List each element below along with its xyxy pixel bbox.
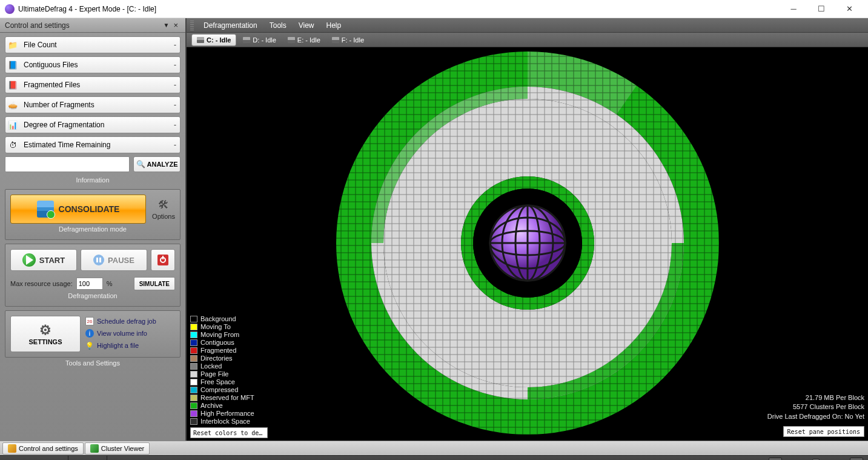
- legend-locked[interactable]: Locked: [190, 362, 268, 370]
- schedule-defrag-link[interactable]: 26Schedule defrag job: [85, 317, 156, 325]
- info-label: Fragmented Files: [24, 81, 174, 89]
- menu-defragmentation[interactable]: Defragmentation: [197, 20, 263, 31]
- zoom-controls: − +: [769, 458, 863, 461]
- info-row-number-of-fragments[interactable]: 🥧 Number of Fragments -: [5, 96, 181, 113]
- gear-icon: ⚙: [39, 322, 51, 338]
- bottom-tab-strip: Control and settingsCluster Viewer: [0, 441, 868, 455]
- sidebar-collapse-icon[interactable]: ▼: [162, 22, 171, 28]
- analyze-button[interactable]: 🔍 ANALYZE: [133, 156, 181, 172]
- analyze-input[interactable]: [5, 156, 130, 172]
- legend-contiguous[interactable]: Contiguous: [190, 339, 268, 346]
- info-value: -: [174, 61, 176, 69]
- sidebar-close-icon[interactable]: ×: [171, 21, 181, 30]
- power-icon: [157, 255, 168, 265]
- info-row-degree-of-fragmentation[interactable]: 📊 Degree of Fragmentation -: [5, 116, 181, 133]
- legend-archive[interactable]: Archive: [190, 402, 268, 409]
- color-swatch: [190, 332, 197, 338]
- info-row-estimated-time-remaining[interactable]: ⏱ Estimated Time Remaining -: [5, 136, 181, 153]
- info-label: File Count: [24, 41, 174, 49]
- analyze-label: ANALYZE: [147, 161, 178, 168]
- toolbar-grip-icon[interactable]: [190, 21, 194, 30]
- legend-reserved-for-mft[interactable]: Reserved for MFT: [190, 394, 268, 401]
- info-icon: 📘: [7, 59, 19, 71]
- legend-directories[interactable]: Directories: [190, 355, 268, 362]
- options-label: Options: [152, 213, 175, 220]
- start-panel: START PAUSE Max resource usage: % SIMULA…: [5, 244, 181, 307]
- legend-moving-to[interactable]: Moving To: [190, 323, 268, 330]
- window-title: UltimateDefrag 4 - Expert Mode - [C: - I…: [18, 5, 780, 13]
- reset-colors-button[interactable]: Reset colors to de…: [190, 427, 268, 438]
- info-icon: 🥧: [7, 99, 19, 111]
- calendar-icon: 26: [85, 317, 94, 325]
- info-icon: 📊: [7, 119, 19, 131]
- legend-moving-from[interactable]: Moving From: [190, 331, 268, 338]
- menu-help[interactable]: Help: [320, 20, 348, 31]
- settings-label: SETTINGS: [28, 338, 62, 345]
- pause-button[interactable]: PAUSE: [81, 249, 147, 271]
- bottom-tab-control-and-settings[interactable]: Control and settings: [2, 442, 84, 455]
- drive-tab-c[interactable]: C: - Idle: [191, 34, 236, 46]
- info-label: Estimated Time Remaining: [24, 141, 174, 149]
- app-icon: [5, 4, 15, 14]
- elapsed-time: 00:00:00: [68, 456, 107, 460]
- info-icon: 📕: [7, 79, 19, 91]
- color-swatch: [190, 402, 197, 409]
- info-icon: i: [85, 329, 94, 338]
- consolidate-label: CONSOLIDATE: [59, 204, 120, 214]
- legend-free-space[interactable]: Free Space: [190, 378, 268, 385]
- drive-tab-bar: C: - IdleD: - IdleE: - IdleF: - Idle: [187, 33, 868, 47]
- resource-usage-input[interactable]: [76, 278, 103, 290]
- settings-panel: ⚙ SETTINGS 26Schedule defrag job iView v…: [5, 310, 181, 358]
- legend-background[interactable]: Background: [190, 315, 268, 322]
- tools-settings-title: Tools and Settings: [5, 358, 181, 368]
- close-button[interactable]: ✕: [835, 0, 863, 18]
- info-value: -: [174, 141, 176, 149]
- color-swatch: [190, 395, 197, 401]
- info-value: -: [174, 81, 176, 89]
- menu-tools[interactable]: Tools: [263, 20, 293, 31]
- info-icon: 📁: [7, 39, 19, 51]
- legend-interblock-space[interactable]: Interblock Space: [190, 418, 268, 425]
- legend-fragmented[interactable]: Fragmented: [190, 347, 268, 354]
- disk-cluster-view[interactable]: BackgroundMoving ToMoving FromContiguous…: [187, 47, 868, 441]
- consolidate-panel: CONSOLIDATE 🛠 Options Defragmentation mo…: [5, 189, 181, 240]
- zoom-out-button[interactable]: −: [769, 458, 782, 461]
- info-row-fragmented-files[interactable]: 📕 Fragmented Files -: [5, 76, 181, 93]
- minimize-button[interactable]: ─: [780, 0, 807, 18]
- stop-button[interactable]: [151, 249, 175, 271]
- legend-compressed[interactable]: Compressed: [190, 386, 268, 393]
- reset-pane-button[interactable]: Reset pane positions: [783, 426, 864, 437]
- color-swatch: [190, 339, 197, 346]
- highlight-file-link[interactable]: 💡Highlight a file: [85, 341, 156, 350]
- options-button[interactable]: 🛠 Options: [152, 199, 175, 220]
- maximize-button[interactable]: ☐: [807, 0, 835, 18]
- stat-mb-per-block: 21.79 MB Per Block: [767, 393, 864, 402]
- start-button[interactable]: START: [10, 249, 77, 271]
- color-swatch: [190, 410, 197, 417]
- defrag-mode-title: Defragmentation mode: [10, 224, 175, 235]
- info-row-contiguous-files[interactable]: 📘 Contiguous Files -: [5, 56, 181, 73]
- bottom-tab-cluster-viewer[interactable]: Cluster Viewer: [85, 442, 150, 455]
- view-volume-info-link[interactable]: iView volume info: [85, 329, 156, 338]
- zoom-in-button[interactable]: +: [850, 458, 863, 461]
- legend-page-file[interactable]: Page File: [190, 370, 268, 378]
- simulate-button[interactable]: SIMULATE: [134, 277, 175, 290]
- drive-tab-f[interactable]: F: - Idle: [327, 34, 369, 46]
- consolidate-button[interactable]: CONSOLIDATE: [10, 195, 146, 224]
- drive-icon: [332, 37, 339, 43]
- tab-icon: [90, 444, 99, 453]
- drive-tab-e[interactable]: E: - Idle: [283, 34, 325, 46]
- menu-view[interactable]: View: [293, 20, 320, 31]
- disk-visualization: [334, 49, 721, 439]
- legend-high-performance[interactable]: High Performance: [190, 410, 268, 417]
- color-swatch: [190, 347, 197, 354]
- drive-icon: [243, 37, 250, 43]
- drive-icon: [197, 37, 204, 43]
- stat-last-defrag: Drive Last Defragged On: No Yet: [767, 412, 864, 421]
- titlebar: UltimateDefrag 4 - Expert Mode - [C: - I…: [0, 0, 868, 18]
- info-row-file-count[interactable]: 📁 File Count -: [5, 36, 181, 53]
- settings-button[interactable]: ⚙ SETTINGS: [10, 316, 81, 352]
- drive-tab-d[interactable]: D: - Idle: [238, 34, 281, 46]
- color-swatch: [190, 355, 197, 362]
- pause-icon: [93, 255, 104, 265]
